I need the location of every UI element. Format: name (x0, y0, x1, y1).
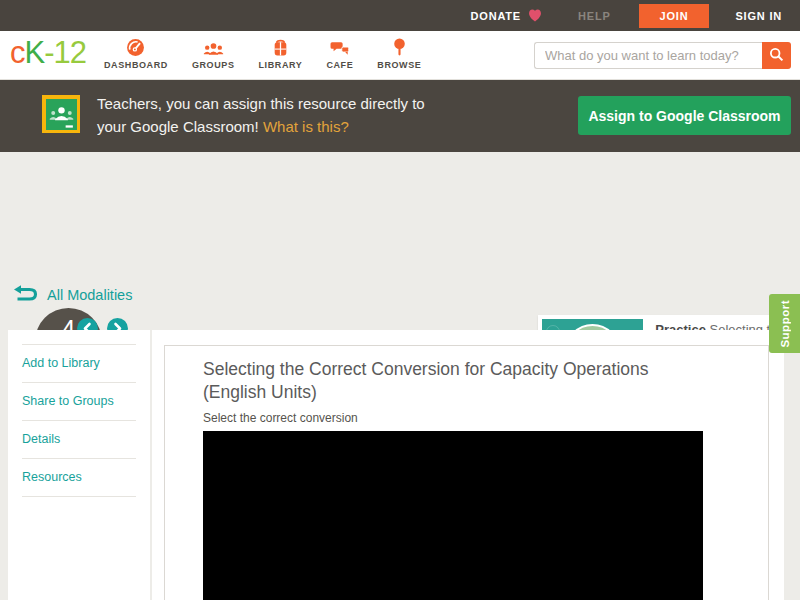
content-area: Add to Library Share to Groups Details R… (0, 330, 800, 600)
lesson-content-box: Selecting the Correct Conversion for Cap… (164, 345, 769, 600)
search-button[interactable] (762, 42, 791, 69)
all-modalities-link[interactable]: All Modalities (14, 284, 132, 306)
nav-item-groups[interactable]: GROUPS (180, 38, 247, 70)
top-utility-bar: DONATE HELP JOIN SIGN IN (0, 0, 800, 31)
content-instruction: Select the correct conversion (203, 411, 768, 425)
lesson-header-section: 4 Selecting the Correct Conversion for C… (0, 152, 800, 330)
sidebar-item-share-to-groups[interactable]: Share to Groups (22, 382, 136, 420)
signin-link[interactable]: SIGN IN (735, 10, 782, 22)
lesson-main-panel: Selecting the Correct Conversion for Cap… (152, 330, 784, 600)
main-navbar: cK-12 DASHBOARD GROUPS LIBRARY (0, 31, 800, 80)
support-tab-label: Support (779, 300, 791, 348)
donate-link[interactable]: DONATE (471, 9, 542, 22)
search-input[interactable] (534, 42, 762, 69)
back-arrow-icon (14, 284, 38, 306)
nav-item-dashboard[interactable]: DASHBOARD (92, 38, 180, 70)
sidebar-item-resources[interactable]: Resources (22, 458, 136, 497)
nav-item-browse[interactable]: BROWSE (365, 38, 433, 70)
sidebar-item-details[interactable]: Details (22, 420, 136, 458)
google-classroom-icon (42, 95, 80, 133)
lesson-video-player[interactable] (203, 431, 703, 600)
join-button[interactable]: JOIN (639, 4, 710, 28)
nav-item-library[interactable]: LIBRARY (247, 38, 315, 70)
donate-label: DONATE (471, 10, 521, 22)
nav-menu: DASHBOARD GROUPS LIBRARY CAFE (92, 38, 433, 70)
assign-to-google-classroom-button[interactable]: Assign to Google Classroom (578, 96, 791, 135)
dashboard-gauge-icon (126, 38, 145, 57)
heart-icon (528, 9, 542, 22)
support-tab[interactable]: Support (769, 294, 800, 353)
groups-people-icon (203, 38, 224, 57)
ck12-logo[interactable]: cK-12 (10, 35, 86, 71)
what-is-this-link[interactable]: What is this? (263, 118, 349, 135)
search-bar (534, 42, 791, 69)
help-link[interactable]: HELP (578, 10, 611, 22)
cafe-chat-icon (330, 38, 350, 57)
page: DONATE HELP JOIN SIGN IN cK-12 DASHBOARD (0, 0, 800, 600)
sidebar-item-add-to-library[interactable]: Add to Library (22, 344, 136, 382)
lesson-sidebar: Add to Library Share to Groups Details R… (8, 330, 150, 600)
banner-message: Teachers, you can assign this resource d… (97, 92, 425, 138)
content-heading: Selecting the Correct Conversion for Cap… (203, 358, 703, 404)
google-classroom-banner: Teachers, you can assign this resource d… (0, 80, 800, 152)
all-modalities-label: All Modalities (47, 287, 132, 303)
browse-bulb-icon (393, 38, 406, 57)
nav-item-cafe[interactable]: CAFE (314, 38, 365, 70)
library-backpack-icon (272, 38, 289, 57)
search-icon (769, 47, 784, 65)
